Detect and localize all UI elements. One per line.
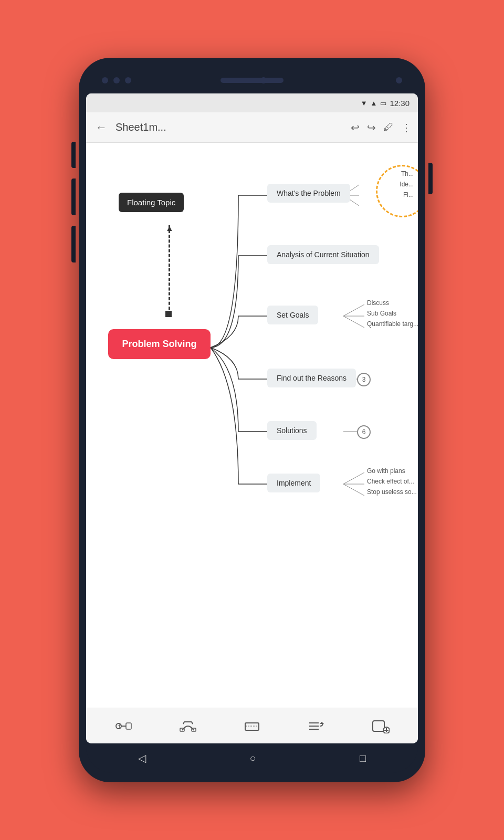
floating-topic-connector (169, 225, 170, 314)
app-bar: ← Sheet1m... ↩ ↪ 🖊 ⋮ (86, 112, 418, 143)
implement-sub-2: Check effect of... (367, 478, 414, 485)
whats-sub-2: Ide... (400, 181, 414, 188)
phone-screen: ▼ ▲ ▭ 12:30 ← Sheet1m... ↩ ↪ 🖊 ⋮ (86, 93, 418, 743)
whats-sub-3: Fi... (403, 191, 414, 198)
status-time: 12:30 (390, 99, 410, 108)
whats-sub-1: Th... (401, 170, 414, 177)
whats-problem-label: What's the Problem (277, 189, 341, 197)
findout-badge: 3 (357, 373, 371, 386)
findout-node[interactable]: Find out the Reasons (267, 369, 356, 387)
implement-node[interactable]: Implement (267, 474, 320, 492)
toolbar-icons: ↩ ↪ 🖊 ⋮ (351, 121, 412, 134)
setgoals-sub-2: Sub Goals (367, 310, 396, 317)
svg-rect-9 (245, 723, 259, 730)
power-button (428, 163, 433, 194)
connector-dot (165, 311, 172, 317)
connect-icon (179, 719, 197, 733)
wifi-icon: ▼ (361, 99, 368, 107)
more-options-button[interactable]: ⋮ (401, 121, 412, 134)
implement-label: Implement (277, 479, 311, 487)
setgoals-sub-3: Quantifiable targ... (367, 320, 418, 328)
sensor-dot (396, 77, 402, 83)
arrow-up-indicator: ▲ (165, 224, 174, 233)
analysis-label: Analysis of Current Situation (277, 250, 370, 259)
svg-line-8 (192, 722, 193, 724)
setgoals-node[interactable]: Set Goals (267, 306, 318, 324)
svg-rect-15 (373, 721, 384, 731)
phone-outer: ▼ ▲ ▭ 12:30 ← Sheet1m... ↩ ↪ 🖊 ⋮ (79, 58, 425, 782)
add-topic-button[interactable]: + (110, 715, 136, 738)
volume-down-button (71, 178, 76, 215)
signal-icon: ▲ (371, 99, 377, 107)
camera-dot-2 (113, 77, 120, 83)
speaker-bar (220, 78, 284, 83)
add-node-icon (372, 719, 390, 733)
notch-area (86, 67, 418, 93)
floating-topic-label: Floating Topic (127, 198, 175, 207)
format-painter-button[interactable]: 🖊 (383, 121, 394, 133)
svg-rect-3 (126, 723, 131, 729)
connect-button[interactable] (175, 715, 201, 738)
app-title: Sheet1m... (116, 121, 345, 133)
svg-line-7 (183, 722, 184, 724)
add-topic-icon: + (114, 719, 132, 733)
insert-icon (243, 719, 261, 733)
mindmap-lines (86, 143, 418, 708)
whats-problem-node[interactable]: What's the Problem (267, 184, 350, 203)
outline-icon (307, 719, 325, 733)
central-node-label: Problem Solving (122, 339, 196, 349)
setgoals-label: Set Goals (277, 311, 309, 319)
back-button[interactable]: ← (92, 118, 110, 138)
solutions-label: Solutions (277, 426, 307, 435)
floating-topic-node[interactable]: Floating Topic (119, 193, 184, 212)
insert-button[interactable] (239, 715, 265, 738)
implement-sub-3: Stop useless so... (367, 488, 417, 496)
android-recents-button[interactable]: □ (360, 752, 366, 764)
bottom-nav: + (86, 708, 418, 743)
outline-button[interactable] (303, 715, 329, 738)
add-node-button[interactable] (368, 715, 394, 738)
implement-sub-1: Go with plans (367, 467, 405, 475)
android-back-button[interactable]: ◁ (138, 752, 146, 764)
canvas-area[interactable]: ▲ Floating Topic Problem Solving What's … (86, 143, 418, 708)
undo-button[interactable]: ↩ (351, 121, 360, 134)
setgoals-sub-1: Discuss (367, 299, 389, 307)
volume-up-button (71, 142, 76, 168)
status-bar: ▼ ▲ ▭ 12:30 (86, 93, 418, 112)
svg-text:+: + (118, 722, 121, 730)
battery-icon: ▭ (380, 99, 386, 107)
central-node[interactable]: Problem Solving (108, 329, 211, 359)
status-icons: ▼ ▲ ▭ 12:30 (361, 99, 410, 108)
android-nav-bar: ◁ ○ □ (86, 743, 418, 773)
silent-button (71, 226, 76, 262)
camera-dot-1 (102, 77, 108, 83)
solutions-node[interactable]: Solutions (267, 421, 317, 440)
analysis-node[interactable]: Analysis of Current Situation (267, 245, 379, 264)
redo-button[interactable]: ↪ (367, 121, 376, 134)
camera-dot-3 (125, 77, 131, 83)
solutions-badge: 6 (357, 425, 371, 439)
android-home-button[interactable]: ○ (249, 752, 256, 764)
findout-label: Find out the Reasons (277, 374, 346, 382)
